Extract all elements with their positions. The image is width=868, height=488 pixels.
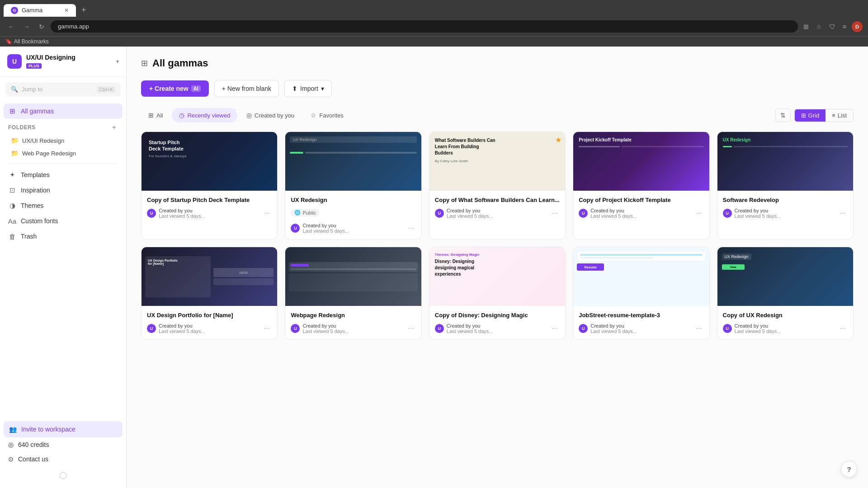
- folder-web-redesign[interactable]: 📁 Web Page Redesign: [4, 147, 123, 160]
- card-avatar: U: [147, 324, 156, 333]
- add-folder-btn[interactable]: +: [110, 122, 118, 132]
- import-chevron-icon: ▾: [321, 85, 324, 92]
- card-more-btn[interactable]: ⋯: [550, 324, 560, 333]
- menu-icon[interactable]: ≡: [841, 21, 848, 32]
- sidebar-item-all-gammas[interactable]: ⊞ All gammas: [4, 103, 123, 119]
- extension-icon[interactable]: ⊞: [802, 21, 811, 32]
- card-meta-text: Created by you Last viewed 5 days...: [735, 208, 835, 219]
- sidebar-item-trash[interactable]: 🗑 Trash: [4, 229, 123, 244]
- new-from-blank-btn[interactable]: + New from blank: [214, 80, 279, 97]
- sidebar-item-themes[interactable]: ◑ Themes: [4, 198, 123, 213]
- card-meta-text: Created by you Last viewed 5 days...: [302, 223, 403, 234]
- sidebar-item-inspiration[interactable]: ⊡ Inspiration: [4, 183, 123, 198]
- credits-icon: ◎: [8, 441, 14, 448]
- sidebar-item-custom-fonts[interactable]: Aa Custom fonts: [4, 213, 123, 229]
- gamma-card-startup[interactable]: Startup PitchDeck Template For founders …: [141, 131, 278, 239]
- help-btn[interactable]: ?: [841, 461, 857, 477]
- address-bar[interactable]: gamma.app: [51, 20, 798, 33]
- templates-icon: ✦: [8, 171, 16, 179]
- active-tab[interactable]: G Gamma ✕: [4, 4, 76, 17]
- card-more-btn[interactable]: ⋯: [694, 209, 704, 218]
- card-more-btn[interactable]: ⋯: [262, 209, 272, 218]
- back-btn[interactable]: ←: [5, 21, 17, 32]
- card-more-btn[interactable]: ⋯: [838, 209, 848, 218]
- folder-ux-redesign[interactable]: 📁 UX/UI Redesign: [4, 134, 123, 147]
- card-body: Copy of UX Redesign U Created by you Las…: [717, 306, 853, 339]
- card-more-btn[interactable]: ⋯: [406, 224, 416, 233]
- sidebar-logo: ⬡: [4, 466, 123, 484]
- bookmarks-label[interactable]: All Bookmarks: [14, 38, 49, 45]
- workspace-info: UX/UI Designing PLUS: [26, 54, 112, 69]
- gamma-card-portfolio[interactable]: UX Design Portfoliofor [Name] UI/UX UX D…: [141, 247, 278, 340]
- card-title: Copy of Startup Pitch Deck Template: [147, 196, 272, 204]
- credits-item[interactable]: ◎ 640 credits: [4, 437, 123, 452]
- ai-badge: AI: [191, 85, 201, 92]
- gamma-card-software-redevelop[interactable]: UX Redesign Software Redevelop U Created…: [717, 131, 854, 239]
- contact-us-item[interactable]: ⊙ Contact us: [4, 452, 123, 466]
- thumb-title: Startup PitchDeck Template: [149, 139, 184, 152]
- card-meta: U Created by you Last viewed 5 days... ⋯: [291, 223, 415, 234]
- card-more-btn[interactable]: ⋯: [694, 324, 704, 333]
- card-more-btn[interactable]: ⋯: [262, 324, 272, 333]
- workspace-avatar: U: [7, 54, 22, 69]
- card-body: Webpage Redesign U Created by you Last v…: [285, 306, 421, 339]
- forward-btn[interactable]: →: [21, 21, 33, 32]
- new-blank-label: + New from blank: [222, 85, 271, 92]
- tab-close-btn[interactable]: ✕: [64, 7, 69, 14]
- sidebar-bottom: 👥 Invite to workspace ◎ 640 credits ⊙ Co…: [0, 418, 126, 488]
- card-avatar: U: [723, 209, 732, 218]
- card-more-btn[interactable]: ⋯: [406, 324, 416, 333]
- workspace-header[interactable]: U UX/UI Designing PLUS ▾: [0, 47, 126, 77]
- gamma-grid: Startup PitchDeck Template For founders …: [141, 131, 854, 340]
- create-new-btn[interactable]: + Create new AI: [141, 80, 209, 97]
- card-meta: U Created by you Last viewed 5 days... ⋯: [435, 208, 560, 219]
- filter-all-btn[interactable]: ⊞ All: [141, 108, 170, 122]
- card-avatar: U: [579, 324, 588, 333]
- card-thumbnail: UX Redesign: [717, 132, 853, 191]
- filter-recent-icon: ◷: [179, 112, 184, 119]
- shield-icon[interactable]: 🛡: [827, 21, 837, 32]
- gamma-card-jobstreet[interactable]: Resume JobStreet-resume-template-3 U Cre…: [573, 247, 709, 340]
- filter-favorites-btn[interactable]: ☆ Favorites: [303, 108, 350, 122]
- card-body: UX Design Portfolio for [Name] U Created…: [142, 306, 277, 339]
- gamma-card-ux-redesign-copy[interactable]: UX Redesign View Copy of UX Redesign U C…: [717, 247, 854, 340]
- grid-view-btn[interactable]: ⊞ Grid: [795, 109, 826, 122]
- invite-icon: 👥: [9, 426, 17, 433]
- sidebar-item-templates[interactable]: ✦ Templates: [4, 167, 123, 183]
- folders-section: Folders +: [4, 119, 123, 134]
- filter-created-by-you-btn[interactable]: ◎ Created by you: [239, 108, 302, 122]
- list-view-btn[interactable]: ≡ List: [826, 109, 853, 122]
- gamma-card-disney[interactable]: Themes: Designing Magic Disney: Designin…: [429, 247, 566, 340]
- card-thumbnail: [285, 247, 421, 306]
- card-thumbnail: ★ What Software Builders CanLearn From B…: [429, 132, 565, 191]
- custom-fonts-label: Custom fonts: [21, 217, 58, 225]
- sort-btn[interactable]: ⇅: [775, 108, 791, 122]
- card-thumbnail: Themes: Designing Magic Disney: Designin…: [429, 247, 565, 306]
- search-placeholder: Jump to: [22, 86, 42, 93]
- profile-icon[interactable]: D: [852, 21, 863, 32]
- reload-btn[interactable]: ↻: [36, 21, 47, 32]
- filter-recent-label: Recently viewed: [187, 112, 230, 119]
- invite-to-workspace-btn[interactable]: 👥 Invite to workspace: [4, 421, 123, 437]
- search-bar[interactable]: 🔍 Jump to Ctrl+K: [5, 82, 121, 96]
- gamma-card-project-kickoff[interactable]: Project Kickoff Template Copy of Project…: [573, 131, 709, 239]
- view-toggle: ⊞ Grid ≡ List: [794, 109, 854, 122]
- card-more-btn[interactable]: ⋯: [838, 324, 848, 333]
- gamma-card-webpage-redesign[interactable]: Webpage Redesign U Created by you Last v…: [285, 247, 421, 340]
- bookmark-icon[interactable]: ☆: [814, 21, 824, 32]
- card-meta: U Created by you Last viewed 5 days... ⋯: [579, 323, 703, 334]
- workspace-chevron-icon[interactable]: ▾: [116, 58, 119, 65]
- gamma-card-software-builders[interactable]: ★ What Software Builders CanLearn From B…: [429, 131, 566, 239]
- card-body: Copy of Project Kickoff Template U Creat…: [573, 191, 709, 224]
- app-layout: U UX/UI Designing PLUS ▾ 🔍 Jump to Ctrl+…: [0, 47, 868, 488]
- card-meta-text: Created by you Last viewed 5 days...: [590, 323, 691, 334]
- contact-icon: ⊙: [8, 455, 14, 463]
- import-btn[interactable]: ⬆ Import ▾: [284, 80, 332, 97]
- filter-recently-viewed-btn[interactable]: ◷ Recently viewed: [172, 108, 237, 122]
- gamma-card-ux-redesign[interactable]: UX Redesign UX Redesign 🌐 Public U: [285, 131, 421, 239]
- filter-tabs: ⊞ All ◷ Recently viewed ◎ Created by you…: [141, 108, 351, 122]
- card-more-btn[interactable]: ⋯: [550, 209, 560, 218]
- new-tab-btn[interactable]: +: [78, 4, 90, 17]
- card-meta: U Created by you Last viewed 5 days... ⋯: [435, 323, 560, 334]
- trash-label: Trash: [21, 233, 37, 240]
